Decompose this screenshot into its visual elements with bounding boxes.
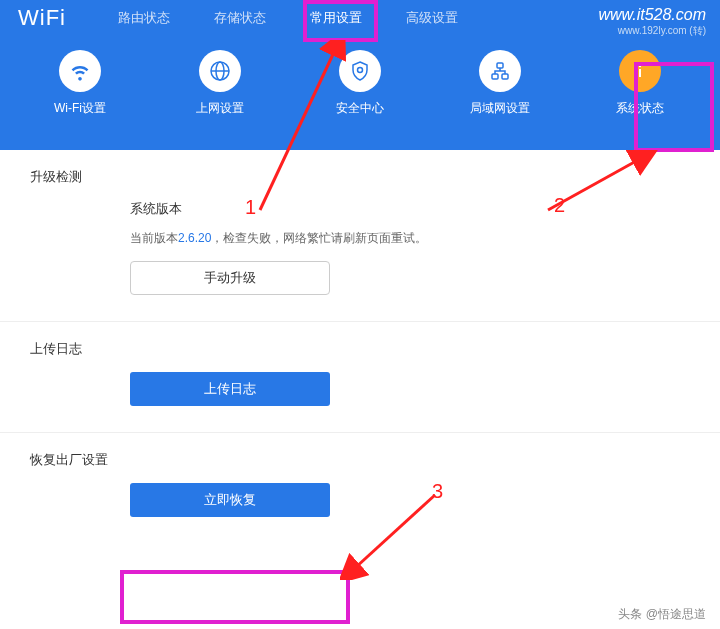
section-title-log: 上传日志: [0, 322, 720, 372]
tab-advanced-settings[interactable]: 高级设置: [384, 1, 480, 35]
icon-label: 上网设置: [196, 100, 244, 117]
svg-point-7: [639, 65, 641, 67]
svg-rect-8: [639, 69, 641, 77]
credit-text: 头条 @悟途思道: [618, 606, 706, 623]
icon-label: 安全中心: [336, 100, 384, 117]
tab-router-status[interactable]: 路由状态: [96, 1, 192, 35]
annotation-1: 1: [245, 196, 256, 219]
annotation-2: 2: [554, 194, 565, 217]
shield-icon: [339, 50, 381, 92]
nav-system-status[interactable]: 系统状态: [595, 50, 685, 117]
nav-wifi-settings[interactable]: Wi-Fi设置: [35, 50, 125, 117]
lan-icon: [479, 50, 521, 92]
manual-upgrade-button[interactable]: 手动升级: [130, 261, 330, 295]
icon-label: 系统状态: [616, 100, 664, 117]
icon-label: 局域网设置: [470, 100, 530, 117]
version-text: 当前版本2.6.20，检查失败，网络繁忙请刷新页面重试。: [130, 230, 590, 247]
nav-security-center[interactable]: 安全中心: [315, 50, 405, 117]
section-title-reset: 恢复出厂设置: [0, 433, 720, 483]
version-label: 系统版本: [130, 200, 590, 218]
watermark-text: www.it528.com: [598, 6, 706, 24]
watermark-sub-text: www.192ly.com (转): [618, 24, 706, 38]
highlight-box-3: [120, 570, 350, 624]
svg-rect-5: [492, 74, 498, 79]
restore-now-button[interactable]: 立即恢复: [130, 483, 330, 517]
svg-point-3: [358, 68, 363, 73]
svg-rect-4: [497, 63, 503, 68]
section-title-upgrade: 升级检测: [0, 150, 720, 200]
svg-rect-6: [502, 74, 508, 79]
tab-common-settings[interactable]: 常用设置: [288, 1, 384, 35]
upload-log-button[interactable]: 上传日志: [130, 372, 330, 406]
annotation-3: 3: [432, 480, 443, 503]
info-icon: [619, 50, 661, 92]
app-logo: WiFi: [18, 5, 66, 31]
nav-lan-settings[interactable]: 局域网设置: [455, 50, 545, 117]
tab-storage-status[interactable]: 存储状态: [192, 1, 288, 35]
nav-internet-settings[interactable]: 上网设置: [175, 50, 265, 117]
globe-icon: [199, 50, 241, 92]
icon-label: Wi-Fi设置: [54, 100, 106, 117]
wifi-icon: [59, 50, 101, 92]
